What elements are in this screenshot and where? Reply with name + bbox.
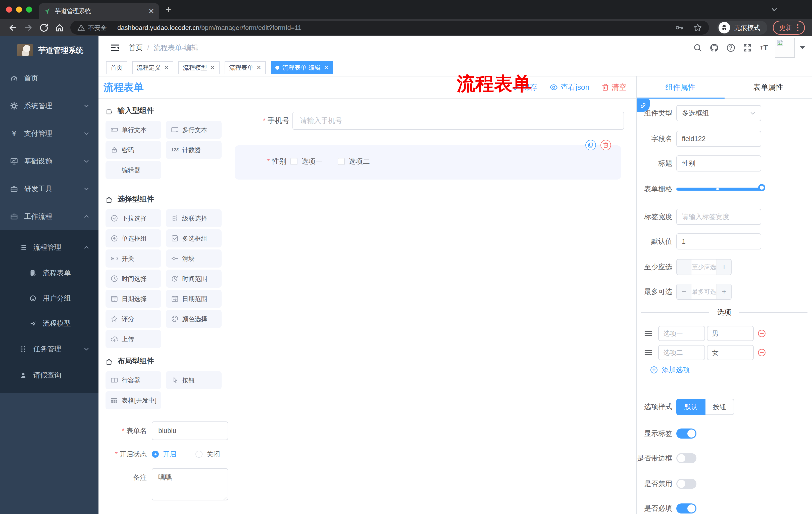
remove-option-icon[interactable] xyxy=(758,329,766,337)
stepper-plus-button[interactable]: + xyxy=(717,284,731,299)
browser-menu-kebab-icon[interactable] xyxy=(797,24,799,32)
option1-value-input[interactable] xyxy=(707,326,754,341)
tab-search-chevron-icon[interactable] xyxy=(771,6,778,13)
back-icon[interactable] xyxy=(5,23,21,32)
required-toggle[interactable] xyxy=(676,504,696,514)
option2-label-input[interactable] xyxy=(658,345,705,360)
new-tab-button[interactable]: + xyxy=(166,5,171,14)
tag-home[interactable]: 首页 xyxy=(106,61,127,74)
tab-component-props[interactable]: 组件属性 xyxy=(637,77,724,98)
sidebar-item-process-model[interactable]: 流程模型 xyxy=(0,311,98,336)
gender-option2-checkbox[interactable] xyxy=(338,158,345,165)
label-width-input[interactable] xyxy=(676,209,761,225)
component-chip-switch[interactable]: 开关 xyxy=(106,249,161,268)
address-bar[interactable]: 不安全 dashboard.yudao.iocoder.cn/bpm/manag… xyxy=(70,21,709,35)
phone-input[interactable] xyxy=(292,112,624,130)
avatar[interactable] xyxy=(775,38,795,58)
browser-tab[interactable]: 芋道管理系统 ✕ xyxy=(39,3,159,19)
github-icon[interactable] xyxy=(706,43,723,53)
tag-process-form-edit-active[interactable]: 流程表单-编辑✕ xyxy=(271,61,333,74)
add-option-button[interactable]: 添加选项 xyxy=(650,365,690,375)
clear-button[interactable]: 清空 xyxy=(602,82,627,92)
fullscreen-icon[interactable] xyxy=(739,43,756,52)
component-chip-multi-line-text[interactable]: 多行文本 xyxy=(166,121,222,139)
breadcrumb-home[interactable]: 首页 xyxy=(128,43,143,53)
component-chip-single-line-text[interactable]: 单行文本 xyxy=(106,121,161,139)
close-icon[interactable]: ✕ xyxy=(324,64,329,71)
close-icon[interactable]: ✕ xyxy=(164,64,169,71)
component-type-select[interactable]: 多选框组 xyxy=(676,105,761,121)
component-chip-color-picker[interactable]: 颜色选择 xyxy=(166,310,222,328)
style-default-button[interactable]: 默认 xyxy=(676,399,705,415)
sidebar-item-process-form[interactable]: 流程表单 xyxy=(0,261,98,286)
component-chip-radio-group[interactable]: 单选框组 xyxy=(106,229,161,247)
delete-component-button[interactable] xyxy=(601,140,611,151)
form-grid-slider[interactable] xyxy=(676,181,761,197)
tag-process-model[interactable]: 流程模型✕ xyxy=(178,61,220,74)
slider-handle[interactable] xyxy=(758,184,765,191)
sidebar-item-user-group[interactable]: 用户分组 xyxy=(0,286,98,311)
status-off-label[interactable]: 关闭 xyxy=(206,450,220,459)
style-button-button[interactable]: 按钮 xyxy=(705,399,734,415)
sidebar-item-workflow[interactable]: 工作流程 xyxy=(0,203,98,231)
component-chip-table[interactable]: 表格[开发中] xyxy=(106,391,161,409)
close-icon[interactable]: ✕ xyxy=(256,64,261,71)
component-chip-button[interactable]: 按钮 xyxy=(166,371,222,389)
zoom-window-button[interactable] xyxy=(26,6,32,12)
gender-option1-label[interactable]: 选项一 xyxy=(301,157,323,166)
min-select-input[interactable] xyxy=(691,260,717,275)
option2-value-input[interactable] xyxy=(707,345,754,360)
view-json-button[interactable]: 查看json xyxy=(549,82,589,92)
drag-handle-icon[interactable] xyxy=(644,349,652,357)
stepper-minus-button[interactable]: − xyxy=(677,260,691,275)
component-chip-row-container[interactable]: 行容器 xyxy=(106,371,161,389)
status-on-label[interactable]: 开启 xyxy=(163,450,176,459)
component-chip-select[interactable]: 下拉选择 xyxy=(106,209,161,227)
password-key-icon[interactable] xyxy=(675,23,685,32)
search-icon[interactable] xyxy=(689,43,706,52)
not-secure-icon[interactable] xyxy=(77,24,85,31)
component-chip-slider[interactable]: 滑块 xyxy=(166,249,222,268)
save-button[interactable]: 保存 xyxy=(512,82,538,92)
drag-handle-icon[interactable] xyxy=(644,329,652,337)
minimize-window-button[interactable] xyxy=(16,6,22,12)
bookmark-star-icon[interactable] xyxy=(693,23,702,32)
sidebar-item-home[interactable]: 首页 xyxy=(0,64,98,92)
sidebar-item-dev-tools[interactable]: 研发工具 xyxy=(0,175,98,203)
close-icon[interactable]: ✕ xyxy=(210,64,215,71)
component-chip-checkbox-group[interactable]: 多选框组 xyxy=(166,229,222,247)
avatar-caret-icon[interactable] xyxy=(800,46,805,49)
sidebar-item-task-management[interactable]: 任务管理 xyxy=(0,336,98,362)
form-name-input[interactable] xyxy=(152,422,228,440)
gender-option1-checkbox[interactable] xyxy=(290,158,297,165)
sidebar-item-system[interactable]: 系统管理 xyxy=(0,92,98,120)
link-tag-button[interactable] xyxy=(637,99,650,112)
help-question-icon[interactable] xyxy=(723,43,739,52)
max-select-input[interactable] xyxy=(691,284,717,299)
canvas-phone-field[interactable]: 手机号 xyxy=(231,112,624,130)
option1-label-input[interactable] xyxy=(658,326,705,341)
sidebar-item-payment[interactable]: ¥ 支付管理 xyxy=(0,120,98,147)
sidebar-item-leave-query[interactable]: 请假查询 xyxy=(0,362,98,388)
default-value-input[interactable] xyxy=(676,233,761,249)
sidebar-item-infrastructure[interactable]: 基础设施 xyxy=(0,147,98,175)
status-off-radio[interactable] xyxy=(196,451,203,458)
component-chip-cascader[interactable]: 级联选择 xyxy=(166,209,222,227)
update-button[interactable]: 更新 xyxy=(773,21,805,35)
home-icon[interactable] xyxy=(52,23,67,32)
field-name-input[interactable] xyxy=(676,131,761,147)
component-chip-counter[interactable]: 123 计数器 xyxy=(166,141,222,159)
forward-icon[interactable] xyxy=(21,23,36,32)
duplicate-component-button[interactable] xyxy=(585,140,596,151)
component-chip-rate[interactable]: 评分 xyxy=(106,310,161,328)
disabled-toggle[interactable] xyxy=(676,479,696,489)
status-on-radio[interactable] xyxy=(152,451,159,458)
component-chip-time-picker[interactable]: 时间选择 xyxy=(106,270,161,288)
sidebar-item-process-management[interactable]: 流程管理 xyxy=(0,234,98,261)
reload-icon[interactable] xyxy=(36,23,52,32)
tab-form-props[interactable]: 表单属性 xyxy=(724,77,812,98)
title-input[interactable] xyxy=(676,155,761,171)
tag-process-form[interactable]: 流程表单✕ xyxy=(225,61,266,74)
remove-option-icon[interactable] xyxy=(758,349,766,357)
component-chip-date-picker[interactable]: 日期选择 xyxy=(106,290,161,308)
